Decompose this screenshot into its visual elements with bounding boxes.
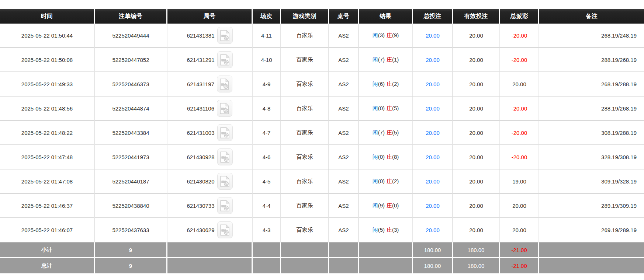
payout-cell: 19.00 — [500, 169, 539, 194]
time-cell: 2025-05-22 01:49:33 — [0, 72, 95, 97]
round-no-cell: 621430629 — [167, 218, 253, 242]
video-replay-button[interactable] — [217, 197, 233, 214]
col-header-bet-no: 注单编号 — [95, 9, 167, 24]
session-cell: 4-11 — [253, 24, 281, 48]
time-cell: 2025-05-22 01:46:07 — [0, 218, 95, 242]
bet-no-cell: 522520437633 — [95, 218, 167, 242]
payout-cell: 20.00 — [500, 194, 539, 218]
session-cell: 4-3 — [253, 218, 281, 242]
grand-total-valid-bet: 180.00 — [453, 258, 500, 273]
total-bet-cell[interactable]: 20.00 — [413, 169, 453, 194]
grand-total-empty-cell — [359, 258, 413, 273]
total-bet-cell[interactable]: 20.00 — [413, 121, 453, 145]
col-header-total-bet: 总投注 — [413, 9, 453, 24]
table-header: 时间 注单编号 局号 场次 游戏类别 桌号 结果 总投注 有效投注 总派彩 备注 — [0, 9, 644, 24]
total-bet-cell[interactable]: 20.00 — [413, 97, 453, 121]
col-header-round-no: 局号 — [167, 9, 253, 24]
header-row: 时间 注单编号 局号 场次 游戏类别 桌号 结果 总投注 有效投注 总派彩 备注 — [0, 9, 644, 24]
result-player-label: 闲 — [373, 178, 378, 184]
video-replay-button[interactable] — [217, 100, 232, 117]
session-cell: 4-5 — [253, 169, 281, 194]
result-banker-points: (5) — [392, 129, 399, 136]
result-banker-label: 庄 — [387, 154, 392, 160]
col-header-valid-bet: 有效投注 — [453, 9, 500, 24]
grand-total-count: 9 — [95, 258, 167, 273]
game-type-cell: 百家乐 — [281, 24, 329, 48]
table-row: 2025-05-22 01:50:08 522520447852 6214312… — [0, 48, 644, 72]
result-cell: 闲(5)庄(3) — [359, 218, 413, 242]
subtotal-payout: -21.00 — [500, 242, 539, 258]
result-player-points: (7) — [378, 129, 385, 136]
result-cell: 闲(3)庄(9) — [359, 24, 413, 48]
video-file-icon — [220, 224, 230, 236]
total-bet-cell[interactable]: 20.00 — [413, 218, 453, 242]
round-no-value: 621431003 — [187, 130, 214, 136]
payout-cell: -20.00 — [500, 121, 539, 145]
table-no-cell: AS2 — [329, 24, 359, 48]
game-type-cell: 百家乐 — [281, 218, 329, 242]
bet-no-cell: 522520447852 — [95, 48, 167, 72]
bet-no-cell: 522520441973 — [95, 145, 167, 169]
valid-bet-cell: 20.00 — [453, 121, 500, 145]
result-banker-points: (0) — [392, 202, 399, 209]
game-type-cell: 百家乐 — [281, 97, 329, 121]
video-file-icon — [220, 127, 230, 139]
game-type-cell: 百家乐 — [281, 194, 329, 218]
round-no-value: 621430629 — [187, 227, 214, 233]
col-header-game-type: 游戏类别 — [281, 9, 329, 24]
game-type-cell: 百家乐 — [281, 145, 329, 169]
session-cell: 4-7 — [253, 121, 281, 145]
subtotal-empty-cell — [281, 242, 329, 258]
result-player-label: 闲 — [373, 227, 378, 233]
total-bet-cell[interactable]: 20.00 — [413, 48, 453, 72]
bet-no-cell: 522520449444 — [95, 24, 167, 48]
video-replay-button[interactable] — [217, 124, 233, 141]
subtotal-empty-cell — [253, 242, 281, 258]
video-file-icon — [219, 103, 229, 114]
video-replay-button[interactable] — [217, 173, 233, 190]
result-cell: 闲(7)庄(1) — [359, 48, 413, 72]
video-replay-button[interactable] — [217, 148, 233, 165]
total-bet-cell[interactable]: 20.00 — [413, 24, 453, 48]
total-bet-cell[interactable]: 20.00 — [413, 145, 453, 169]
round-no-cell: 621430733 — [167, 194, 253, 218]
payout-cell: -20.00 — [500, 145, 539, 169]
video-replay-button[interactable] — [217, 221, 233, 238]
payout-cell: 20.00 — [500, 218, 539, 242]
video-file-icon — [220, 176, 230, 187]
valid-bet-cell: 20.00 — [453, 194, 500, 218]
result-banker-points: (2) — [392, 81, 399, 87]
valid-bet-cell: 20.00 — [453, 72, 500, 97]
valid-bet-cell: 20.00 — [453, 145, 500, 169]
session-cell: 4-6 — [253, 145, 281, 169]
game-type-cell: 百家乐 — [281, 48, 329, 72]
video-replay-button[interactable] — [217, 51, 233, 68]
table-no-cell: AS2 — [329, 169, 359, 194]
grand-total-total-bet: 180.00 — [413, 258, 453, 273]
total-bet-cell[interactable]: 20.00 — [413, 194, 453, 218]
session-cell: 4-9 — [253, 72, 281, 97]
result-banker-points: (5) — [392, 105, 399, 111]
video-replay-button[interactable] — [217, 27, 233, 44]
result-cell: 闲(0)庄(8) — [359, 145, 413, 169]
result-banker-label: 庄 — [387, 202, 392, 209]
game-type-cell: 百家乐 — [281, 72, 329, 97]
valid-bet-cell: 20.00 — [453, 24, 500, 48]
round-no-cell: 621431381 — [167, 24, 253, 48]
payout-cell: 20.00 — [500, 72, 539, 97]
video-file-icon — [220, 30, 230, 41]
bet-no-cell: 522520446373 — [95, 72, 167, 97]
grand-total-empty-cell — [281, 258, 329, 273]
payout-cell: -20.00 — [500, 97, 539, 121]
remark-cell: 309.19/328.19 — [539, 169, 644, 194]
video-file-icon — [220, 54, 230, 66]
result-player-label: 闲 — [373, 105, 378, 111]
video-replay-button[interactable] — [217, 76, 232, 92]
grand-total-remark — [539, 258, 644, 273]
subtotal-empty-cell — [359, 242, 413, 258]
time-cell: 2025-05-22 01:46:37 — [0, 194, 95, 218]
total-bet-cell[interactable]: 20.00 — [413, 72, 453, 97]
result-banker-points: (2) — [392, 178, 399, 184]
table-no-cell: AS2 — [329, 194, 359, 218]
game-type-cell: 百家乐 — [281, 169, 329, 194]
